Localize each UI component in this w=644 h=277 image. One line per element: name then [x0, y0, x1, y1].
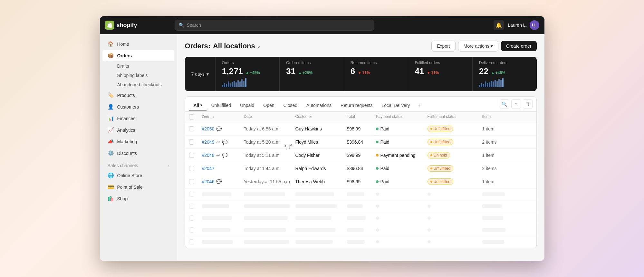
sidebar-item-abandoned[interactable]: Abandoned checkouts — [102, 80, 174, 89]
location-label: All locations — [213, 42, 255, 50]
tab-all[interactable]: All ▾ — [189, 101, 207, 110]
expand-icon[interactable]: › — [168, 163, 169, 168]
export-button[interactable]: Export — [431, 41, 455, 52]
stat-returned-items[interactable]: Returned items 6 ▼ 11% — [344, 57, 409, 91]
order-number[interactable]: #2049 ↩ 💬 — [202, 139, 244, 145]
stat-ordered-items-value: 31 ▲ +29% — [286, 66, 337, 76]
stat-fulfilled-label: Fulfilled orders — [415, 61, 466, 65]
page-title-area: Orders: All locations ⌄ — [185, 42, 261, 50]
stat-delivered-label: Delivered orders — [479, 61, 530, 65]
row-checkbox[interactable] — [189, 139, 202, 145]
customers-icon: 👤 — [108, 104, 114, 110]
tab-closed[interactable]: Closed — [279, 101, 302, 110]
sort-button[interactable]: ⇅ — [523, 99, 533, 109]
search-input[interactable] — [187, 23, 370, 28]
location-dropdown[interactable]: All locations ⌄ — [213, 42, 261, 50]
shop-icon: 🛍️ — [108, 196, 114, 202]
sidebar-item-analytics[interactable]: 📈 Analytics — [102, 124, 174, 136]
table-row[interactable]: #2047 Today at 1:44 a.m Ralph Edwards $3… — [185, 162, 536, 175]
user-menu[interactable]: Lauren L. LL — [508, 20, 539, 30]
create-order-button[interactable]: Create order — [501, 41, 537, 51]
stat-orders-value: 1,271 ▲ +45% — [222, 66, 273, 76]
order-number[interactable]: #2050 💬 — [202, 126, 244, 131]
order-total: $396.84 — [347, 139, 376, 145]
sidebar-item-pos-label: Point of Sale — [117, 185, 143, 190]
orders-table: Order ↓ Date Customer Total Payment stat… — [185, 112, 537, 248]
sidebar-item-marketing-label: Marketing — [117, 139, 137, 144]
row-checkbox[interactable] — [189, 126, 202, 131]
notifications-button[interactable]: 🔔 — [494, 20, 504, 30]
order-customer: Theresa Webb — [295, 179, 347, 184]
stat-ordered-items[interactable]: Ordered items 31 ▲ +29% — [280, 57, 344, 91]
sidebar-item-drafts[interactable]: Drafts — [102, 62, 174, 71]
sidebar-item-shop[interactable]: 🛍️ Shop — [102, 193, 174, 204]
filter-actions: 🔍 ≡ ⇅ — [500, 99, 533, 111]
order-total: $98.99 — [347, 179, 376, 184]
order-number[interactable]: #2048 ↩ 💬 — [202, 153, 244, 158]
sidebar-item-marketing[interactable]: 📣 Marketing — [102, 136, 174, 147]
table-row[interactable]: #2046 💬 Yesterday at 11:55 p.m Theresa W… — [185, 175, 536, 188]
order-fulfillment-status: Unfulfilled — [428, 178, 482, 185]
payment-dot-icon — [376, 128, 379, 130]
add-tab-button[interactable]: + — [414, 100, 424, 110]
tab-unfulfilled[interactable]: Unfulfilled — [207, 101, 235, 110]
th-date: Date — [244, 114, 295, 119]
order-payment-status: Paid — [376, 179, 428, 184]
more-actions-button[interactable]: More actions ▾ — [458, 41, 498, 52]
delivered-mini-chart — [479, 78, 530, 87]
tab-automations[interactable]: Automations — [302, 101, 336, 110]
select-all-checkbox[interactable] — [189, 114, 194, 119]
payment-dot-icon — [376, 141, 379, 143]
table-row[interactable]: #2050 💬 Today at 6:55 a.m Guy Hawkins $9… — [185, 122, 536, 136]
stat-returned-value: 6 ▼ 11% — [351, 66, 402, 76]
discounts-icon: ⚙️ — [108, 150, 114, 156]
order-number[interactable]: #2047 — [202, 166, 244, 171]
search-bar[interactable]: 🔍 — [175, 20, 374, 31]
tab-local-delivery[interactable]: Local Delivery — [377, 101, 415, 110]
table-row[interactable]: #2049 ↩ 💬 Today at 5:20 a.m Floyd Miles … — [185, 136, 536, 149]
order-fulfillment-status: Unfulfilled — [428, 126, 482, 132]
th-customer: Customer — [295, 114, 347, 119]
sidebar-item-pos[interactable]: 💳 Point of Sale — [102, 181, 174, 193]
tab-open[interactable]: Open — [259, 101, 279, 110]
th-total: Total — [347, 114, 376, 119]
order-items: 1 item — [482, 153, 514, 158]
search-icon: 🔍 — [179, 23, 184, 28]
stat-orders[interactable]: Orders 1,271 ▲ +45% — [216, 57, 280, 91]
th-items: Items — [482, 114, 514, 119]
row-checkbox[interactable] — [189, 166, 202, 171]
sidebar-item-finances[interactable]: 📊 Finances — [102, 113, 174, 124]
return-icon: ↩ — [216, 153, 220, 158]
tab-return-requests[interactable]: Return requests — [336, 101, 377, 110]
logo-area[interactable]: shopify — [105, 21, 169, 30]
payment-dot-icon — [376, 167, 379, 170]
stats-bar: 7 days ▾ Orders 1,271 ▲ +45% Ordered ite… — [185, 57, 537, 91]
row-checkbox[interactable] — [189, 153, 202, 158]
filter-tabs: All ▾ Unfulfilled Unpaid Open Closed — [185, 96, 537, 112]
sidebar-item-orders[interactable]: 📦 Orders — [102, 50, 174, 61]
sidebar-item-shipping[interactable]: Shipping labels — [102, 71, 174, 80]
sidebar-item-discounts[interactable]: ⚙️ Discounts — [102, 148, 174, 159]
order-number[interactable]: #2046 💬 — [202, 179, 244, 184]
stat-delivered[interactable]: Delivered orders 22 ▲ +45% — [473, 57, 537, 91]
filter-button[interactable]: ≡ — [511, 99, 521, 109]
order-fulfillment-status: On hold — [428, 152, 482, 158]
period-selector[interactable]: 7 days ▾ — [185, 57, 216, 91]
search-filter-button[interactable]: 🔍 — [500, 99, 509, 109]
stat-fulfilled[interactable]: Fulfilled orders 41 ▼ 11% — [408, 57, 473, 91]
sidebar-item-online-store[interactable]: 🌐 Online Store — [102, 170, 174, 181]
marketing-icon: 📣 — [108, 138, 114, 145]
table-row[interactable]: #2048 ↩ 💬 Today at 5:11 a.m Cody Fisher … — [185, 149, 536, 162]
main-content: Orders: All locations ⌄ Export More acti… — [177, 34, 544, 261]
sidebar-item-customers-label: Customers — [117, 104, 139, 110]
home-icon: 🏠 — [108, 41, 114, 47]
sidebar-item-customers[interactable]: 👤 Customers — [102, 101, 174, 112]
th-order[interactable]: Order ↓ — [202, 114, 244, 119]
orders-icon: 📦 — [108, 53, 114, 59]
sidebar-item-products[interactable]: 🏷️ Products — [102, 90, 174, 101]
on-hold-dot-icon — [430, 154, 432, 156]
tab-unpaid[interactable]: Unpaid — [235, 101, 259, 110]
row-checkbox[interactable] — [189, 179, 202, 184]
sidebar-item-home[interactable]: 🏠 Home — [102, 38, 174, 50]
sidebar-item-home-label: Home — [117, 42, 129, 47]
